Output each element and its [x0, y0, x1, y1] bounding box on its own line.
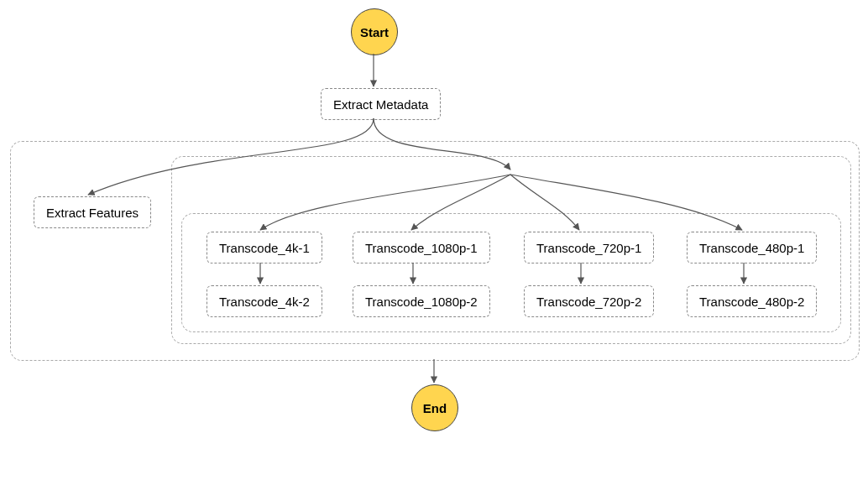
transcode-1080p-2-node: Transcode_1080p-2	[353, 285, 490, 317]
extract-metadata-node: Extract Metadata	[321, 88, 441, 120]
transcode-480p-2-node: Transcode_480p-2	[687, 285, 817, 317]
start-node: Start	[351, 8, 398, 55]
flow-diagram: Start Extract Metadata Extract Features …	[0, 0, 868, 480]
extract-features-node: Extract Features	[34, 196, 151, 228]
transcode-720p-1-node: Transcode_720p-1	[524, 232, 654, 263]
transcode-4k-2-node: Transcode_4k-2	[207, 285, 322, 317]
transcode-4k-1-node: Transcode_4k-1	[207, 232, 322, 263]
transcode-720p-2-node: Transcode_720p-2	[524, 285, 654, 317]
transcode-480p-1-node: Transcode_480p-1	[687, 232, 817, 263]
transcode-1080p-1-node: Transcode_1080p-1	[353, 232, 490, 263]
end-node: End	[411, 384, 458, 431]
